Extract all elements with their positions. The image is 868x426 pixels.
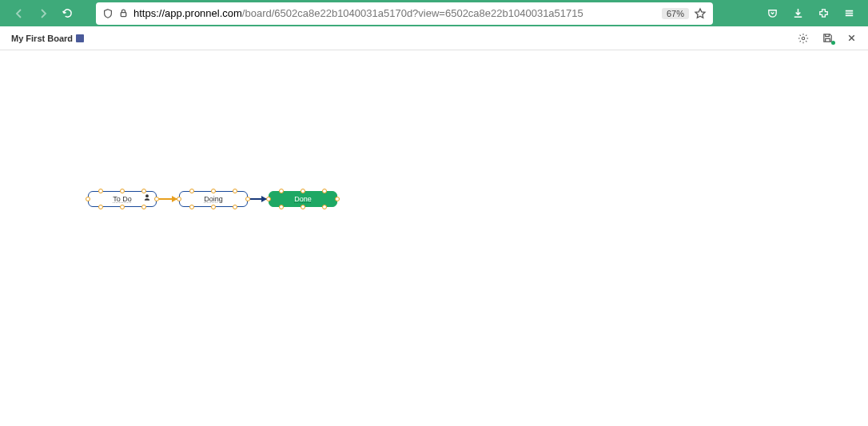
- app-header: My First Board: [0, 26, 868, 50]
- resize-handle[interactable]: [322, 189, 327, 193]
- resize-handle[interactable]: [211, 205, 216, 209]
- resize-handle[interactable]: [301, 205, 305, 209]
- forward-button[interactable]: [32, 2, 54, 25]
- workflow-node[interactable]: Done: [269, 191, 337, 207]
- header-left: My First Board: [11, 34, 84, 43]
- resize-handle[interactable]: [211, 189, 216, 193]
- close-icon[interactable]: [846, 33, 857, 43]
- resize-handle[interactable]: [120, 189, 125, 193]
- pocket-icon[interactable]: [761, 2, 783, 25]
- workflow-node[interactable]: To Do: [88, 191, 157, 207]
- resize-handle[interactable]: [279, 189, 284, 193]
- lock-icon: [118, 8, 129, 18]
- resize-handle[interactable]: [233, 205, 237, 209]
- extensions-icon[interactable]: [812, 2, 834, 25]
- resize-handle[interactable]: [189, 205, 194, 209]
- node-label: To Do: [113, 195, 132, 203]
- bookmark-star-icon[interactable]: [694, 7, 707, 20]
- browser-right-icons: [761, 2, 860, 25]
- svg-rect-0: [121, 13, 126, 17]
- shield-icon: [102, 8, 113, 19]
- resize-handle[interactable]: [233, 189, 237, 193]
- node-label: Doing: [204, 195, 223, 203]
- resize-handle[interactable]: [335, 197, 340, 201]
- workflow-arrow[interactable]: [250, 198, 266, 200]
- workflow-node[interactable]: Doing: [179, 191, 248, 207]
- resize-handle[interactable]: [120, 205, 125, 209]
- node-label: Done: [294, 195, 312, 203]
- resize-handle[interactable]: [98, 205, 103, 209]
- url-bar[interactable]: https://app.pronnel.com/board/6502ca8e22…: [96, 2, 713, 25]
- reload-button[interactable]: [56, 2, 78, 25]
- resize-handle[interactable]: [141, 205, 146, 209]
- svg-point-2: [145, 194, 149, 197]
- resize-handle[interactable]: [301, 189, 305, 193]
- resize-handle[interactable]: [98, 189, 103, 193]
- url-text: https://app.pronnel.com/board/6502ca8e22…: [133, 7, 657, 19]
- resize-handle[interactable]: [86, 197, 90, 201]
- resize-handle[interactable]: [189, 189, 194, 193]
- header-right: [798, 32, 857, 44]
- zoom-badge[interactable]: 67%: [662, 8, 689, 19]
- board-title: My First Board: [11, 34, 73, 43]
- resize-handle[interactable]: [322, 205, 327, 209]
- workflow-arrow[interactable]: [159, 198, 177, 200]
- board-badge-icon: [76, 34, 84, 42]
- menu-icon[interactable]: [838, 2, 860, 25]
- workflow-canvas[interactable]: To DoDoingDone: [0, 50, 868, 426]
- downloads-icon[interactable]: [786, 2, 809, 25]
- resize-handle[interactable]: [279, 205, 284, 209]
- save-icon[interactable]: [822, 32, 834, 44]
- user-icon: [143, 193, 151, 201]
- browser-toolbar: https://app.pronnel.com/board/6502ca8e22…: [0, 0, 868, 26]
- gear-icon[interactable]: [798, 33, 809, 44]
- svg-point-1: [802, 37, 805, 40]
- back-button[interactable]: [8, 2, 30, 25]
